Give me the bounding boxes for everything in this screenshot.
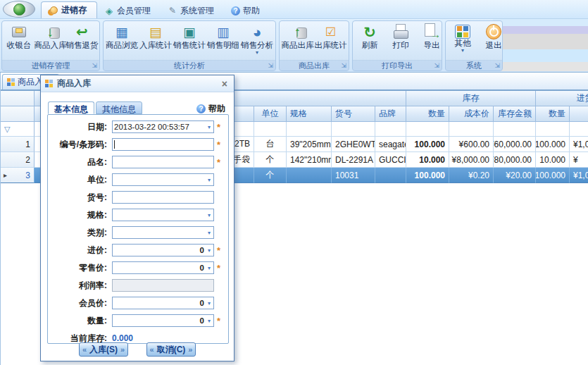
col-cost-price[interactable]: 成本价	[449, 106, 494, 122]
chevron-down-icon[interactable]: ▾	[206, 212, 212, 218]
col-qty2[interactable]: 数量	[536, 106, 570, 122]
field-date-value: 2013-03-22 00:53:57	[114, 123, 206, 131]
current-stock-value: 0.000	[112, 333, 133, 343]
cell-cost-price: ¥8,000.00	[449, 152, 494, 168]
cell-qty: 100.000	[406, 168, 449, 183]
btn-cashier[interactable]: 收银台	[4, 22, 35, 51]
dialog-launcher-icon[interactable]: ⇲	[434, 61, 439, 70]
field-purchase-price[interactable]: 0▾	[112, 244, 214, 256]
close-icon[interactable]: ×	[220, 79, 230, 89]
field-date[interactable]: 2013-03-22 00:53:57▾	[112, 120, 214, 133]
cell-brand: seagate	[375, 137, 406, 152]
ribbon-group: 刷新打印导出打印导出⇲	[352, 20, 442, 71]
ribbon-button-label: 出库统计	[315, 41, 347, 50]
dialog-launcher-icon[interactable]: ⇲	[268, 61, 273, 70]
chevron-down-icon[interactable]: ▾	[256, 50, 258, 55]
ribbon-group: 商品出库出库统计商品出库⇲	[279, 20, 349, 71]
field-barcode[interactable]	[112, 138, 214, 151]
btn-other[interactable]: 其他▾	[447, 22, 478, 54]
btn-stock-out-stats[interactable]: 出库统计	[314, 22, 347, 51]
filter-cell[interactable]	[406, 122, 449, 137]
tab-purchase-sales-inventory[interactable]: 进销存	[41, 1, 97, 18]
field-spec-row: 规格:▾	[48, 209, 228, 221]
chevron-down-icon[interactable]: ▾	[206, 265, 212, 271]
tab-help[interactable]: ?帮助	[224, 3, 270, 18]
ribbon-toolbar: 收银台商品入库销售退货进销存管理⇲商品浏览入库统计销售统计销售明细销售分析▾统计…	[0, 18, 588, 73]
app-menu-orb-button[interactable]	[3, 1, 35, 18]
row-number: 1	[1, 137, 35, 152]
field-date-label: 日期:	[48, 121, 107, 133]
cell-qty2: 100.000	[536, 137, 570, 152]
filter-cell[interactable]	[332, 122, 375, 137]
col-brand[interactable]: 品牌	[375, 106, 406, 122]
tab-member-management[interactable]: ◈会员管理	[97, 3, 161, 18]
stock-in-confirm-button[interactable]: 入库(S)	[79, 342, 128, 357]
btn-export[interactable]: 导出	[416, 22, 442, 51]
chevron-down-icon[interactable]: ▾	[206, 230, 212, 236]
btn-goods-browse[interactable]: 商品浏览	[105, 22, 139, 51]
btn-print[interactable]: 打印	[385, 22, 416, 51]
field-category-row: 类别:▾	[48, 226, 228, 239]
field-quantity[interactable]: 0▾	[112, 314, 214, 327]
cancel-button[interactable]: 取消(C)	[146, 342, 196, 357]
col-stock-amount[interactable]: 库存金额	[494, 106, 536, 122]
chevron-down-icon[interactable]: ▾	[206, 300, 212, 307]
dialog-title: 商品入库	[57, 78, 215, 89]
stock-out-icon	[288, 23, 308, 41]
dialog-launcher-icon[interactable]: ⇲	[341, 61, 346, 70]
btn-exit[interactable]: 退出	[478, 22, 503, 51]
field-item-no[interactable]	[112, 191, 214, 204]
filter-cell[interactable]	[449, 122, 494, 137]
chevron-down-icon[interactable]: ▾	[206, 124, 212, 130]
col-price	[570, 106, 588, 122]
filter-cell[interactable]	[254, 122, 287, 137]
cell-unit: 台	[254, 137, 287, 152]
dialog-tabs: 基本信息其他信息	[48, 101, 144, 114]
btn-stock-in-stats[interactable]: 入库统计	[139, 22, 173, 51]
tab-system-management[interactable]: ✎系统管理	[161, 3, 224, 18]
filter-funnel-icon[interactable]: ▽	[1, 122, 35, 137]
col-qty[interactable]: 数量	[406, 106, 449, 122]
btn-sales-detail[interactable]: 销售明细	[206, 22, 240, 51]
ribbon-button-label: 商品浏览	[106, 41, 138, 50]
help-icon: ?	[231, 6, 240, 16]
btn-sales-stats[interactable]: 销售统计	[173, 22, 206, 51]
chevron-down-icon[interactable]: ▾	[206, 318, 212, 324]
col-item-no[interactable]: 货号	[332, 106, 375, 122]
dialog-launcher-icon[interactable]: ⇲	[92, 61, 97, 70]
filter-cell[interactable]	[375, 122, 406, 137]
chevron-down-icon[interactable]: ▾	[206, 247, 212, 254]
sales-return-icon	[73, 23, 92, 41]
dialog-tab-basic-info[interactable]: 基本信息	[48, 101, 94, 114]
ribbon-groups: 收银台商品入库销售退货进销存管理⇲商品浏览入库统计销售统计销售明细销售分析▾统计…	[1, 20, 503, 71]
field-member-price-value: 0	[114, 299, 206, 307]
field-unit[interactable]: ▾	[112, 173, 214, 186]
ribbon-group-caption: 系统⇲	[446, 60, 502, 70]
dialog-tab-other-info[interactable]: 其他信息	[96, 101, 142, 114]
chevron-down-icon[interactable]: ▾	[461, 48, 464, 53]
help-link[interactable]: ? 帮助	[196, 103, 225, 115]
field-category[interactable]: ▾	[112, 226, 214, 239]
field-spec[interactable]: ▾	[112, 209, 214, 221]
required-mark: *	[217, 157, 220, 168]
filter-cell[interactable]	[570, 122, 588, 137]
chevron-down-icon[interactable]: ▾	[206, 177, 212, 183]
dialog-launcher-icon[interactable]: ⇲	[494, 61, 500, 70]
field-member-price[interactable]: 0▾	[112, 297, 214, 309]
field-retail-price[interactable]: 0▾	[112, 261, 214, 274]
ribbon-group: 收银台商品入库销售退货进销存管理⇲	[1, 20, 100, 71]
ribbon-button-label: 销售明细	[207, 41, 239, 50]
filter-cell[interactable]	[494, 122, 536, 137]
btn-goods-stock-in[interactable]: 商品入库	[35, 22, 66, 51]
filter-cell[interactable]	[287, 122, 332, 137]
col-spec[interactable]: 规格	[287, 106, 332, 122]
field-profit-rate	[112, 279, 214, 292]
btn-sales-analysis[interactable]: 销售分析▾	[240, 22, 274, 56]
btn-goods-stock-out[interactable]: 商品出库	[281, 22, 314, 51]
col-unit[interactable]: 单位	[254, 106, 287, 122]
filter-cell[interactable]	[536, 122, 570, 137]
btn-sales-return[interactable]: 销售退货	[66, 22, 98, 51]
btn-refresh[interactable]: 刷新	[354, 22, 385, 51]
field-product-name[interactable]	[112, 156, 214, 168]
dialog-title-bar: 商品入库 ×	[41, 75, 234, 92]
